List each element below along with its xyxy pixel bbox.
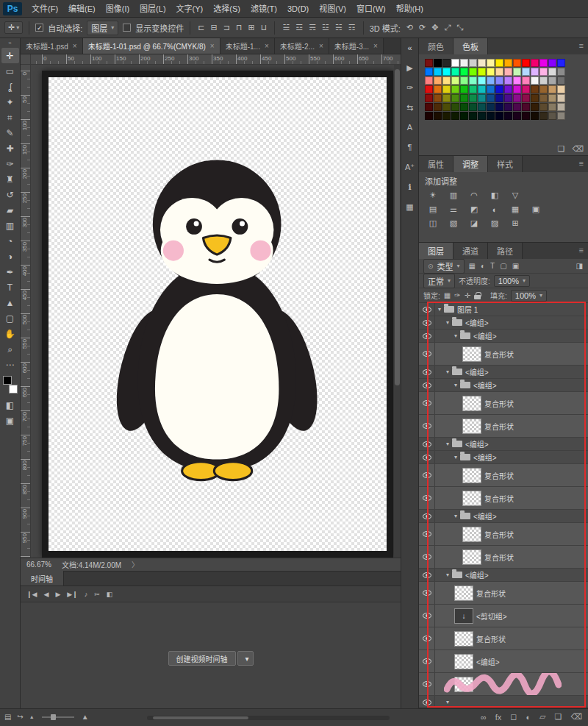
panel-tab[interactable]: 色板 (453, 38, 488, 54)
color-swatch[interactable] (451, 85, 459, 93)
layer-thumbnail[interactable] (462, 491, 481, 506)
blur-tool[interactable]: ◔ (1, 233, 19, 249)
background-color-swatch[interactable] (9, 385, 18, 394)
color-swatch[interactable] (478, 76, 486, 85)
color-swatch[interactable] (495, 112, 503, 120)
color-swatch[interactable] (495, 85, 503, 93)
healing-brush-tool[interactable]: ✚ (1, 140, 19, 156)
color-swatch[interactable] (478, 59, 486, 67)
color-swatch[interactable] (487, 103, 495, 111)
expand-collapse-icon[interactable]: ▾ (438, 306, 441, 313)
layer-row[interactable]: 复合形状 (419, 392, 588, 415)
layer-row[interactable]: ▾<编组> (419, 569, 588, 582)
dodge-tool[interactable]: ◑ (1, 249, 19, 264)
distribute-horizontal-centers-icon[interactable]: ☵ (334, 22, 344, 33)
zoom-level[interactable]: 66.67% (26, 560, 51, 569)
expand-collapse-icon[interactable]: ▾ (454, 382, 457, 388)
color-swatch[interactable] (478, 85, 486, 93)
collapse-panels-icon[interactable]: « (402, 41, 417, 54)
filter-shape-layers-icon[interactable]: ▢ (499, 262, 507, 270)
color-swatch[interactable] (434, 94, 442, 102)
panel-menu-icon[interactable]: ≡ (579, 246, 584, 255)
color-swatch[interactable] (504, 59, 512, 67)
go-to-first-frame-icon[interactable]: ❙◀ (26, 591, 37, 598)
timeline-menu-icon[interactable]: ▤ (4, 713, 11, 721)
visibility-toggle[interactable] (419, 303, 435, 316)
color-swatch[interactable] (504, 85, 512, 93)
layer-name[interactable]: 复合形状 (484, 349, 514, 360)
layer-thumbnail[interactable] (454, 654, 473, 669)
layer-name[interactable]: 图层 1 (457, 304, 478, 315)
color-swatch[interactable] (451, 59, 459, 67)
photoshop-logo[interactable]: Ps (3, 2, 22, 15)
layer-name[interactable]: 复合形状 (476, 588, 506, 599)
fill-select[interactable]: 100% ▾ (511, 290, 547, 302)
color-swatch[interactable] (442, 76, 451, 85)
posterize-icon[interactable]: ▧ (447, 217, 460, 229)
invert-icon[interactable]: ◫ (426, 217, 440, 229)
document-tab[interactable]: 未标题-3... × (329, 38, 384, 54)
color-swatch[interactable] (487, 59, 495, 67)
layer-effects-icon[interactable]: fx (495, 713, 502, 722)
visibility-toggle[interactable] (419, 582, 435, 604)
color-swatch[interactable] (469, 76, 477, 85)
align-right-edges-icon[interactable]: ⊐ (222, 22, 232, 33)
transition-icon[interactable]: ◧ (107, 591, 113, 598)
color-swatch[interactable] (548, 59, 556, 67)
info-panel-icon[interactable]: ℹ (402, 180, 417, 193)
filter-toggle-icon[interactable]: ◨ (576, 262, 584, 270)
color-swatch[interactable] (478, 94, 486, 102)
brush-panel-icon[interactable]: ✑ (402, 81, 417, 94)
document-tab[interactable]: 未标题-2... × (275, 38, 329, 54)
lasso-tool[interactable]: ʆ (1, 79, 19, 94)
layer-row[interactable]: 复合形状 (419, 523, 588, 546)
layer-name[interactable]: <编组> (473, 510, 497, 522)
previous-frame-icon[interactable]: ◀ (43, 591, 49, 598)
clone-stamp-tool[interactable]: ♜ (1, 171, 19, 187)
color-swatch[interactable] (425, 68, 433, 76)
color-swatch[interactable] (522, 94, 530, 102)
layer-row[interactable]: ▾<编组> (419, 366, 588, 379)
navigator-panel-icon[interactable]: ▶ (402, 61, 417, 74)
menu-item[interactable]: 图像(I) (101, 0, 135, 18)
color-swatch[interactable] (434, 68, 442, 76)
color-swatch[interactable] (539, 59, 548, 67)
distribute-vertical-centers-icon[interactable]: ☲ (294, 22, 304, 33)
current-tool-badge[interactable]: ✛ ▾ (4, 21, 23, 34)
threshold-icon[interactable]: ◪ (467, 217, 481, 229)
color-swatch[interactable] (469, 112, 477, 120)
layer-name[interactable]: <编组> (465, 569, 489, 580)
document-viewport[interactable] (31, 65, 401, 558)
audio-mute-icon[interactable]: ♪ (85, 591, 88, 598)
color-swatch[interactable] (513, 112, 521, 120)
expand-collapse-icon[interactable]: ▾ (446, 441, 449, 447)
zoom-tool[interactable]: ⌕ (1, 341, 19, 357)
color-swatch[interactable] (513, 59, 521, 67)
filter-pixel-layers-icon[interactable]: ▦ (468, 262, 476, 270)
layer-row[interactable]: 复合形状 (419, 546, 588, 569)
color-swatch[interactable] (451, 76, 459, 85)
visibility-toggle[interactable] (419, 569, 435, 581)
histogram-panel-icon[interactable]: ▦ (402, 200, 417, 213)
play-icon[interactable]: ▶ (55, 591, 60, 598)
shape-tool[interactable]: ▢ (1, 310, 19, 326)
visibility-toggle[interactable] (419, 464, 435, 486)
delete-swatch-icon[interactable]: ⌫ (572, 144, 584, 154)
new-swatch-icon[interactable]: ❏ (558, 144, 565, 154)
color-swatch[interactable] (469, 103, 477, 111)
panel-tab[interactable]: 通道 (453, 243, 488, 259)
marquee-tool[interactable]: ▭ (1, 63, 19, 79)
new-group-icon[interactable]: ▱ (539, 712, 545, 722)
color-swatch[interactable] (557, 68, 565, 76)
color-swatch[interactable] (469, 94, 477, 102)
menu-item[interactable]: 选择(S) (208, 0, 245, 18)
color-swatch[interactable] (425, 85, 433, 93)
foreground-background-colors[interactable] (1, 375, 19, 394)
timeline-zoom-slider[interactable] (42, 716, 74, 718)
color-balance-icon[interactable]: ⚌ (447, 203, 460, 216)
document-tab[interactable]: 未标题-1.psd × (21, 38, 83, 54)
color-swatch[interactable] (487, 76, 495, 85)
foreground-color-swatch[interactable] (3, 376, 12, 385)
layer-row[interactable]: ▾<编组> (419, 316, 588, 330)
visibility-toggle[interactable] (419, 415, 435, 437)
